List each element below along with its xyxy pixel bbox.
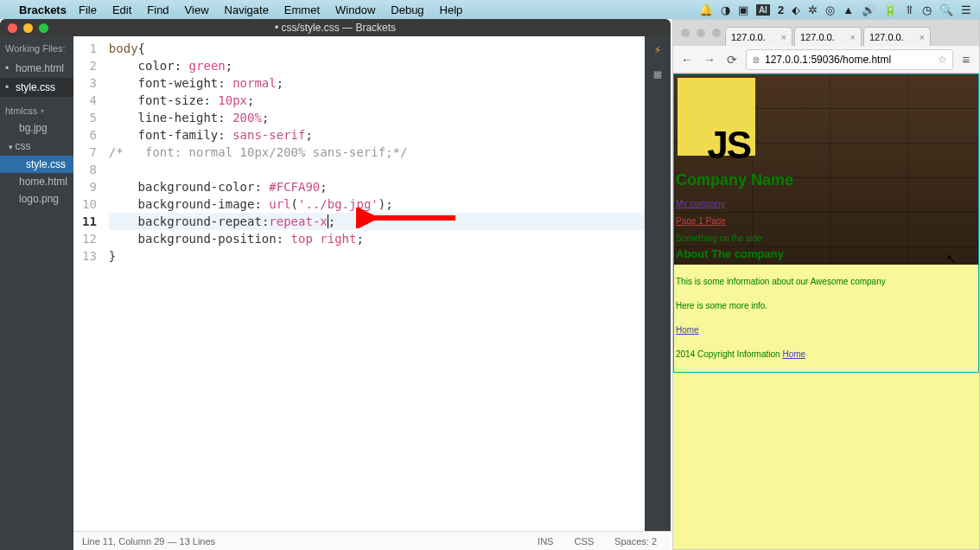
- link-company[interactable]: My company: [674, 195, 762, 213]
- status-lang[interactable]: CSS: [569, 536, 599, 547]
- working-file-home[interactable]: home.html: [0, 59, 73, 78]
- browser-window: 127.0.0.× 127.0.0.× 127.0.0.× ← → ⟳ 🗎 12…: [672, 19, 980, 550]
- menu-edit[interactable]: Edit: [112, 3, 131, 16]
- status-wifi-icon[interactable]: ⥣: [905, 3, 914, 16]
- titlebar: • css/style.css — Brackets: [0, 19, 671, 36]
- code-line[interactable]: line-height: 200%;: [109, 109, 645, 126]
- tree-logopng[interactable]: logo.png: [0, 190, 73, 208]
- status-menu-icon[interactable]: ☰: [961, 3, 971, 16]
- tab-close-icon[interactable]: ×: [920, 32, 925, 42]
- about-heading: About The company: [676, 246, 784, 263]
- right-rail: ⚡ ▦: [645, 36, 671, 531]
- statusbar: Line 11, Column 29 — 13 Lines INS CSS Sp…: [73, 531, 671, 550]
- window-title: • css/style.css — Brackets: [275, 22, 396, 34]
- status-volume-icon[interactable]: 🔊: [862, 3, 875, 16]
- menu-find[interactable]: Find: [147, 3, 169, 16]
- status-search-icon[interactable]: 🔍: [939, 3, 953, 16]
- app-name[interactable]: Brackets: [19, 3, 67, 16]
- code-line[interactable]: /* font: normal 10px/200% sans-serif;*/: [109, 144, 645, 161]
- url-text: 127.0.0.1:59036/home.html: [765, 54, 891, 66]
- code-line[interactable]: font-size: 10px;: [109, 92, 645, 109]
- copyright: 2014 Copyright Information Home: [676, 346, 977, 363]
- close-icon[interactable]: [8, 23, 17, 33]
- project-label[interactable]: htmlcss: [0, 97, 73, 119]
- page-icon: 🗎: [752, 54, 761, 65]
- reload-icon[interactable]: ⟳: [723, 53, 741, 67]
- code-line[interactable]: font-weight: normal;: [109, 74, 645, 92]
- code-line[interactable]: background-position: top right;: [109, 230, 645, 247]
- tab-label: 127.0.0.: [731, 32, 766, 42]
- tab-label: 127.0.0.: [869, 32, 904, 42]
- sidebar: Working Files: home.html style.css htmlc…: [0, 36, 73, 550]
- status-adobe-icon[interactable]: AI: [756, 4, 770, 16]
- tab-close-icon[interactable]: ×: [781, 32, 786, 42]
- zoom-icon[interactable]: [39, 23, 48, 33]
- tree-homehtml[interactable]: home.html: [0, 173, 73, 190]
- address-bar[interactable]: 🗎 127.0.0.1:59036/home.html ☆: [746, 49, 953, 70]
- status-gear-icon[interactable]: ✲: [808, 3, 818, 16]
- working-file-style[interactable]: style.css: [0, 78, 73, 97]
- link-home-2[interactable]: Home: [782, 349, 805, 359]
- status-drive-icon[interactable]: ◎: [825, 3, 835, 16]
- browser-tab-1[interactable]: 127.0.0.×: [794, 27, 862, 46]
- menu-debug[interactable]: Debug: [391, 3, 423, 16]
- tree-bg[interactable]: bg.jpg: [0, 119, 73, 137]
- browser-tab-0[interactable]: 127.0.0.×: [725, 27, 792, 46]
- menu-window[interactable]: Window: [335, 3, 375, 16]
- code-line[interactable]: }: [109, 247, 645, 265]
- page-header: JS Company Name My company Page 1 Page S…: [674, 74, 978, 265]
- tab-label: 127.0.0.: [800, 32, 835, 42]
- browser-zoom-icon[interactable]: [712, 29, 721, 37]
- code-line[interactable]: body{: [109, 40, 645, 57]
- line-numbers: 12345678910111213: [73, 36, 107, 531]
- code-line[interactable]: background-repeat:repeat-x;: [109, 213, 645, 230]
- status-num-icon[interactable]: 2: [778, 3, 784, 16]
- browser-tab-2[interactable]: 127.0.0.×: [863, 27, 931, 46]
- status-triangle-icon[interactable]: ▲: [843, 3, 854, 16]
- menu-emmet[interactable]: Emmet: [284, 3, 320, 16]
- side-text: Something on the side: [674, 230, 762, 247]
- para-2: Here is some more info.: [676, 297, 977, 315]
- browser-min-icon[interactable]: [697, 29, 705, 37]
- status-ins[interactable]: INS: [532, 536, 558, 547]
- code-line[interactable]: color: green;: [109, 57, 645, 74]
- code-area[interactable]: body{ color: green; font-weight: normal;…: [107, 36, 645, 531]
- link-page-title[interactable]: Page 1 Page: [674, 213, 762, 230]
- status-battery-icon[interactable]: 🔋: [883, 3, 897, 16]
- forward-icon[interactable]: →: [701, 53, 718, 67]
- code-line[interactable]: [109, 161, 645, 178]
- editor[interactable]: 12345678910111213 body{ color: green; fo…: [73, 36, 671, 550]
- js-logo: JS: [678, 78, 755, 156]
- browser-toolbar: ← → ⟳ 🗎 127.0.0.1:59036/home.html ☆ ≡: [673, 46, 979, 74]
- rendered-page: JS Company Name My company Page 1 Page S…: [673, 74, 979, 549]
- tab-close-icon[interactable]: ×: [850, 32, 856, 42]
- extension-icon[interactable]: ▦: [650, 66, 665, 81]
- code-line[interactable]: background-color: #FCFA90;: [109, 178, 645, 195]
- company-name: Company Name: [676, 171, 793, 189]
- status-cursor: Line 11, Column 29 — 13 Lines: [82, 536, 522, 547]
- menu-file[interactable]: File: [79, 3, 97, 16]
- bookmark-icon[interactable]: ☆: [938, 54, 947, 66]
- status-display-icon[interactable]: ▣: [738, 3, 748, 16]
- status-bell-icon[interactable]: 🔔: [699, 3, 713, 16]
- page-body: This is some information about our Aweso…: [674, 265, 978, 372]
- menu-help[interactable]: Help: [440, 3, 463, 16]
- code-line[interactable]: font-family: sans-serif;: [109, 126, 645, 144]
- link-home-1[interactable]: Home: [676, 325, 699, 335]
- status-clock-icon[interactable]: ◷: [922, 3, 932, 16]
- live-preview-icon[interactable]: ⚡: [650, 42, 665, 57]
- menu-navigate[interactable]: Navigate: [225, 3, 269, 16]
- status-dropbox-icon[interactable]: ⬖: [792, 3, 800, 16]
- tree-stylecss[interactable]: style.css: [0, 156, 73, 173]
- menu-view[interactable]: View: [185, 3, 209, 16]
- browser-close-icon[interactable]: [681, 29, 690, 37]
- code-line[interactable]: background-image: url('../bg.jpg');: [109, 195, 645, 213]
- minimize-icon[interactable]: [23, 23, 33, 33]
- status-cloud-icon[interactable]: ◑: [721, 3, 730, 16]
- para-1: This is some information about our Aweso…: [676, 273, 977, 291]
- tree-folder-css[interactable]: css: [0, 137, 73, 156]
- hamburger-icon[interactable]: ≡: [958, 52, 974, 67]
- back-icon[interactable]: ←: [678, 53, 696, 67]
- status-spaces[interactable]: Spaces: 2: [609, 536, 662, 547]
- mac-menubar: Brackets File Edit Find View Navigate Em…: [0, 0, 980, 19]
